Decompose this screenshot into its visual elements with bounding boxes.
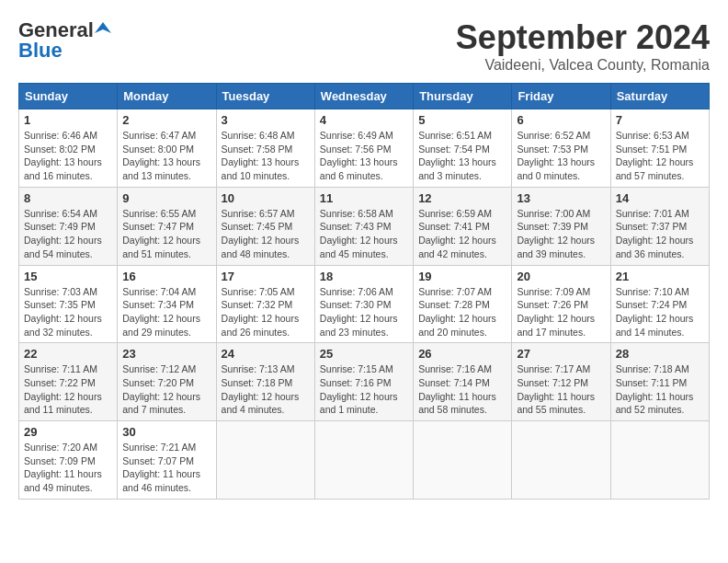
day-info: Sunrise: 7:11 AM Sunset: 7:22 PM Dayligh… [24, 362, 112, 417]
day-number: 15 [24, 270, 112, 283]
calendar-cell: 14Sunrise: 7:01 AM Sunset: 7:37 PM Dayli… [610, 187, 709, 265]
day-info: Sunrise: 6:47 AM Sunset: 8:00 PM Dayligh… [122, 129, 210, 183]
day-number: 17 [222, 270, 310, 283]
day-info: Sunrise: 6:46 AM Sunset: 8:02 PM Dayligh… [24, 129, 112, 183]
calendar-cell: 5Sunrise: 6:51 AM Sunset: 7:54 PM Daylig… [414, 109, 512, 188]
page-header: General Blue September 2024 Vaideeni, Va… [18, 18, 710, 74]
day-info: Sunrise: 6:58 AM Sunset: 7:43 PM Dayligh… [320, 207, 408, 261]
calendar-cell [610, 421, 709, 500]
calendar-cell: 13Sunrise: 7:00 AM Sunset: 7:39 PM Dayli… [512, 187, 610, 265]
calendar-cell: 25Sunrise: 7:15 AM Sunset: 7:16 PM Dayli… [314, 343, 413, 421]
day-number: 24 [222, 347, 310, 361]
calendar-cell: 6Sunrise: 6:52 AM Sunset: 7:53 PM Daylig… [512, 109, 610, 188]
day-info: Sunrise: 7:07 AM Sunset: 7:28 PM Dayligh… [418, 285, 506, 339]
day-number: 22 [24, 347, 112, 361]
day-info: Sunrise: 6:54 AM Sunset: 7:49 PM Dayligh… [24, 207, 112, 261]
calendar-week-row: 22Sunrise: 7:11 AM Sunset: 7:22 PM Dayli… [19, 343, 710, 421]
weekday-header-saturday: Saturday [610, 84, 709, 109]
day-info: Sunrise: 7:15 AM Sunset: 7:16 PM Dayligh… [320, 362, 408, 417]
day-info: Sunrise: 7:12 AM Sunset: 7:20 PM Dayligh… [122, 362, 210, 417]
calendar-cell: 2Sunrise: 6:47 AM Sunset: 8:00 PM Daylig… [118, 109, 216, 188]
day-number: 16 [122, 270, 210, 283]
day-number: 11 [320, 191, 408, 205]
logo: General Blue [18, 18, 111, 63]
day-number: 18 [320, 270, 408, 283]
logo-blue-text: Blue [18, 39, 63, 63]
day-number: 2 [122, 113, 210, 127]
weekday-header-tuesday: Tuesday [216, 84, 314, 109]
calendar-cell [216, 421, 314, 500]
day-number: 9 [122, 191, 210, 205]
calendar-cell: 17Sunrise: 7:05 AM Sunset: 7:32 PM Dayli… [216, 265, 314, 343]
day-info: Sunrise: 6:51 AM Sunset: 7:54 PM Dayligh… [418, 129, 506, 183]
calendar-week-row: 8Sunrise: 6:54 AM Sunset: 7:49 PM Daylig… [19, 187, 710, 265]
calendar-cell: 7Sunrise: 6:53 AM Sunset: 7:51 PM Daylig… [610, 109, 709, 188]
day-info: Sunrise: 7:05 AM Sunset: 7:32 PM Dayligh… [222, 285, 310, 339]
calendar-cell: 27Sunrise: 7:17 AM Sunset: 7:12 PM Dayli… [512, 343, 610, 421]
day-info: Sunrise: 7:17 AM Sunset: 7:12 PM Dayligh… [517, 362, 605, 417]
day-number: 25 [320, 347, 408, 361]
day-info: Sunrise: 7:06 AM Sunset: 7:30 PM Dayligh… [320, 285, 408, 339]
day-number: 6 [517, 113, 605, 127]
calendar-cell: 21Sunrise: 7:10 AM Sunset: 7:24 PM Dayli… [610, 265, 709, 343]
day-info: Sunrise: 7:03 AM Sunset: 7:35 PM Dayligh… [24, 285, 112, 339]
day-info: Sunrise: 7:00 AM Sunset: 7:39 PM Dayligh… [517, 207, 605, 261]
svg-marker-0 [95, 22, 111, 33]
logo-bird-icon [95, 20, 111, 37]
day-info: Sunrise: 6:55 AM Sunset: 7:47 PM Dayligh… [122, 207, 210, 261]
day-number: 14 [616, 191, 704, 205]
day-info: Sunrise: 7:18 AM Sunset: 7:11 PM Dayligh… [616, 362, 704, 417]
calendar-cell: 20Sunrise: 7:09 AM Sunset: 7:26 PM Dayli… [512, 265, 610, 343]
day-info: Sunrise: 7:10 AM Sunset: 7:24 PM Dayligh… [616, 285, 704, 339]
day-info: Sunrise: 7:20 AM Sunset: 7:09 PM Dayligh… [24, 441, 112, 495]
weekday-header-monday: Monday [118, 84, 216, 109]
day-info: Sunrise: 7:04 AM Sunset: 7:34 PM Dayligh… [122, 285, 210, 339]
day-number: 29 [24, 425, 112, 439]
location-text: Vaideeni, Valcea County, Romania [456, 57, 710, 74]
day-number: 20 [517, 270, 605, 283]
day-info: Sunrise: 6:48 AM Sunset: 7:58 PM Dayligh… [222, 129, 310, 183]
day-info: Sunrise: 6:53 AM Sunset: 7:51 PM Dayligh… [616, 129, 704, 183]
calendar-cell: 24Sunrise: 7:13 AM Sunset: 7:18 PM Dayli… [216, 343, 314, 421]
day-number: 21 [616, 270, 704, 283]
day-info: Sunrise: 6:59 AM Sunset: 7:41 PM Dayligh… [418, 207, 506, 261]
day-number: 7 [616, 113, 704, 127]
calendar-week-row: 1Sunrise: 6:46 AM Sunset: 8:02 PM Daylig… [19, 109, 710, 188]
calendar-cell: 29Sunrise: 7:20 AM Sunset: 7:09 PM Dayli… [19, 421, 118, 500]
day-info: Sunrise: 7:16 AM Sunset: 7:14 PM Dayligh… [418, 362, 506, 417]
calendar-cell: 19Sunrise: 7:07 AM Sunset: 7:28 PM Dayli… [414, 265, 512, 343]
calendar-cell: 15Sunrise: 7:03 AM Sunset: 7:35 PM Dayli… [19, 265, 118, 343]
day-number: 23 [122, 347, 210, 361]
calendar-cell: 28Sunrise: 7:18 AM Sunset: 7:11 PM Dayli… [610, 343, 709, 421]
calendar-cell: 8Sunrise: 6:54 AM Sunset: 7:49 PM Daylig… [19, 187, 118, 265]
day-number: 13 [517, 191, 605, 205]
day-number: 28 [616, 347, 704, 361]
month-title: September 2024 [456, 18, 710, 57]
day-info: Sunrise: 7:13 AM Sunset: 7:18 PM Dayligh… [222, 362, 310, 417]
calendar-header-row: SundayMondayTuesdayWednesdayThursdayFrid… [19, 84, 710, 109]
calendar-cell: 3Sunrise: 6:48 AM Sunset: 7:58 PM Daylig… [216, 109, 314, 188]
day-number: 10 [222, 191, 310, 205]
calendar-cell: 22Sunrise: 7:11 AM Sunset: 7:22 PM Dayli… [19, 343, 118, 421]
day-info: Sunrise: 7:09 AM Sunset: 7:26 PM Dayligh… [517, 285, 605, 339]
day-number: 19 [418, 270, 506, 283]
day-info: Sunrise: 6:49 AM Sunset: 7:56 PM Dayligh… [320, 129, 408, 183]
calendar-cell: 16Sunrise: 7:04 AM Sunset: 7:34 PM Dayli… [118, 265, 216, 343]
weekday-header-sunday: Sunday [19, 84, 118, 109]
calendar-table: SundayMondayTuesdayWednesdayThursdayFrid… [18, 83, 710, 500]
calendar-week-row: 29Sunrise: 7:20 AM Sunset: 7:09 PM Dayli… [19, 421, 710, 500]
calendar-cell: 10Sunrise: 6:57 AM Sunset: 7:45 PM Dayli… [216, 187, 314, 265]
day-number: 8 [24, 191, 112, 205]
calendar-cell [414, 421, 512, 500]
calendar-cell: 9Sunrise: 6:55 AM Sunset: 7:47 PM Daylig… [118, 187, 216, 265]
calendar-cell: 1Sunrise: 6:46 AM Sunset: 8:02 PM Daylig… [19, 109, 118, 188]
day-info: Sunrise: 7:01 AM Sunset: 7:37 PM Dayligh… [616, 207, 704, 261]
calendar-cell: 18Sunrise: 7:06 AM Sunset: 7:30 PM Dayli… [314, 265, 413, 343]
day-number: 5 [418, 113, 506, 127]
calendar-cell: 4Sunrise: 6:49 AM Sunset: 7:56 PM Daylig… [314, 109, 413, 188]
calendar-cell: 12Sunrise: 6:59 AM Sunset: 7:41 PM Dayli… [414, 187, 512, 265]
day-number: 12 [418, 191, 506, 205]
calendar-cell: 11Sunrise: 6:58 AM Sunset: 7:43 PM Dayli… [314, 187, 413, 265]
day-number: 1 [24, 113, 112, 127]
day-number: 4 [320, 113, 408, 127]
